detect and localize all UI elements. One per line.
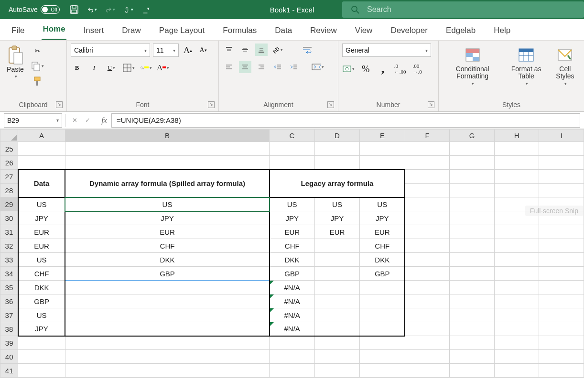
fx-icon[interactable]: fx — [97, 116, 111, 125]
orientation-button[interactable]: ab▾ — [271, 44, 284, 56]
row-header[interactable]: 25 — [0, 142, 18, 156]
clipboard-dialog-launcher[interactable]: ↘ — [56, 101, 63, 108]
align-middle-button[interactable] — [239, 44, 251, 56]
formula-input[interactable]: =UNIQUE(A29:A38) — [111, 113, 580, 128]
font-size-combo[interactable]: 11▾ — [153, 44, 179, 57]
tab-view[interactable]: View — [354, 22, 374, 40]
row-header[interactable]: 31 — [0, 225, 18, 239]
cell-D29[interactable]: US — [314, 197, 359, 211]
format-as-table-button[interactable]: Format as Table▾ — [504, 44, 548, 88]
row-header[interactable]: 30 — [0, 211, 18, 225]
tab-developer[interactable]: Developer — [389, 22, 429, 40]
tab-formulas[interactable]: Formulas — [222, 22, 258, 40]
cell-C29[interactable]: US — [270, 197, 315, 211]
row-header[interactable]: 27 — [0, 170, 18, 184]
autosave-toggle[interactable]: AutoSave Off — [9, 5, 60, 14]
cell-A29[interactable]: US — [18, 197, 65, 211]
undo-icon[interactable]: ▾ — [87, 5, 97, 14]
alignment-dialog-launcher[interactable]: ↘ — [327, 101, 334, 108]
col-header-E[interactable]: E — [360, 130, 405, 142]
tab-file[interactable]: File — [11, 22, 25, 40]
number-format-combo[interactable]: General▾ — [342, 44, 431, 57]
borders-button[interactable]: ▾ — [122, 62, 135, 74]
cell-A27[interactable]: Data — [18, 170, 65, 197]
increase-decimal-button[interactable]: .0←.00 — [394, 63, 406, 75]
increase-font-button[interactable]: A▴ — [182, 44, 194, 56]
fill-color-button[interactable]: ▾ — [140, 62, 152, 74]
tab-page-layout[interactable]: Page Layout — [158, 22, 205, 40]
row-header[interactable]: 41 — [0, 364, 18, 378]
tab-edgelab[interactable]: Edgelab — [445, 22, 476, 40]
cell-E29[interactable]: US — [360, 197, 405, 211]
cell-C27[interactable]: Legacy array formula — [270, 170, 405, 197]
enter-formula-button[interactable]: ✓ — [85, 117, 90, 124]
touch-mode-icon[interactable]: ▾ — [124, 5, 133, 14]
align-top-button[interactable] — [223, 44, 235, 56]
save-icon[interactable] — [69, 5, 79, 14]
wrap-text-button[interactable] — [301, 44, 314, 56]
align-bottom-button[interactable] — [255, 44, 268, 56]
underline-button[interactable]: U▾ — [105, 62, 118, 74]
qat-customize-icon[interactable]: ⎯▾ — [142, 5, 151, 14]
tab-help[interactable]: Help — [493, 22, 511, 40]
col-header-H[interactable]: H — [494, 130, 539, 142]
percent-button[interactable]: % — [359, 63, 372, 75]
svg-rect-45 — [466, 49, 473, 53]
increase-indent-button[interactable] — [288, 61, 300, 73]
accounting-format-button[interactable]: ▾ — [342, 63, 355, 75]
italic-button[interactable]: I — [88, 62, 100, 74]
tab-draw[interactable]: Draw — [121, 22, 142, 40]
format-painter-button[interactable] — [31, 75, 44, 87]
decrease-indent-button[interactable] — [271, 61, 284, 73]
copy-button[interactable]: ▾ — [31, 60, 44, 72]
select-all-corner[interactable] — [0, 130, 18, 142]
tab-home[interactable]: Home — [42, 21, 66, 40]
col-header-I[interactable]: I — [539, 130, 584, 142]
cancel-formula-button[interactable]: ✕ — [72, 117, 77, 124]
number-dialog-launcher[interactable]: ↘ — [428, 101, 434, 108]
col-header-C[interactable]: C — [270, 130, 315, 142]
comma-button[interactable]: , — [377, 63, 389, 75]
cell-B27[interactable]: Dynamic array formula (Spilled array for… — [65, 170, 269, 197]
col-header-B[interactable]: B — [65, 130, 269, 142]
tab-data[interactable]: Data — [274, 22, 293, 40]
merge-center-button[interactable]: ▾ — [312, 61, 324, 73]
row-header[interactable]: 32 — [0, 239, 18, 253]
search-box[interactable]: Search — [342, 1, 584, 18]
svg-rect-10 — [34, 77, 40, 81]
row-header[interactable]: 39 — [0, 336, 18, 350]
align-center-button[interactable] — [239, 61, 251, 73]
col-header-A[interactable]: A — [18, 130, 65, 142]
row-header[interactable]: 34 — [0, 267, 18, 281]
row-header[interactable]: 36 — [0, 294, 18, 308]
conditional-formatting-button[interactable]: Conditional Formatting▾ — [443, 44, 502, 88]
row-header[interactable]: 29 — [0, 197, 18, 211]
font-color-button[interactable]: A▾ — [157, 62, 169, 74]
redo-icon[interactable]: ▾ — [106, 5, 115, 14]
font-dialog-launcher[interactable]: ↘ — [208, 101, 215, 108]
worksheet-grid[interactable]: A B C D E F G H I 25 26 27 Data Dynamic … — [0, 129, 584, 378]
decrease-decimal-button[interactable]: .00→.0 — [411, 63, 423, 75]
align-right-button[interactable] — [255, 61, 268, 73]
row-header[interactable]: 38 — [0, 322, 18, 336]
col-header-G[interactable]: G — [450, 130, 495, 142]
tab-insert[interactable]: Insert — [83, 22, 105, 40]
cut-button[interactable]: ✂ — [31, 44, 44, 57]
row-header[interactable]: 33 — [0, 253, 18, 267]
bold-button[interactable]: B — [71, 62, 83, 74]
row-header[interactable]: 37 — [0, 308, 18, 322]
tab-review[interactable]: Review — [309, 22, 338, 40]
row-header[interactable]: 35 — [0, 281, 18, 294]
name-box[interactable]: B29▾ — [4, 113, 62, 128]
col-header-F[interactable]: F — [405, 130, 450, 142]
row-header[interactable]: 40 — [0, 350, 18, 364]
row-header[interactable]: 26 — [0, 156, 18, 170]
cell-B29[interactable]: US — [65, 197, 269, 211]
row-header[interactable]: 28 — [0, 184, 18, 197]
col-header-D[interactable]: D — [314, 130, 359, 142]
align-left-button[interactable] — [223, 61, 235, 73]
font-name-combo[interactable]: Calibri▾ — [71, 44, 150, 57]
decrease-font-button[interactable]: A▾ — [197, 44, 209, 56]
cell-styles-button[interactable]: Cell Styles▾ — [550, 44, 580, 88]
paste-button[interactable]: Paste ▾ — [4, 44, 27, 81]
